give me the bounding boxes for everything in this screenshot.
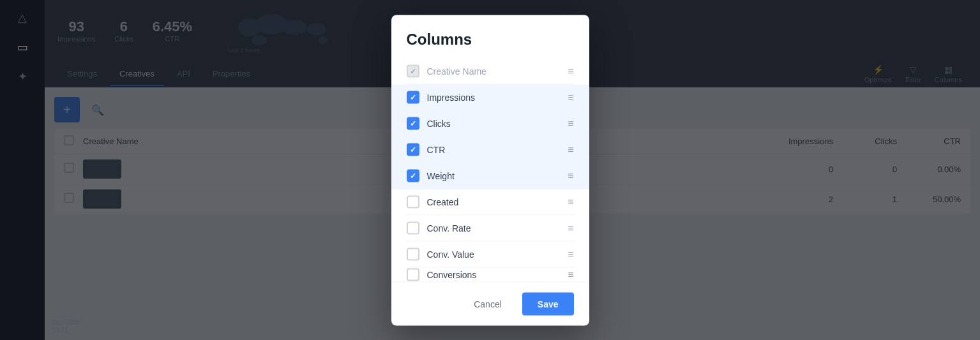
column-item-ctr[interactable]: CTR ≡ [391,137,589,163]
weight-checkbox[interactable] [407,169,419,182]
clicks-checkbox[interactable] [407,117,419,129]
ctr-drag-icon[interactable]: ≡ [568,144,573,155]
creative-name-label: Creative Name [427,66,561,76]
column-item-creative-name[interactable]: Creative Name ≡ [407,58,574,84]
conv-rate-col-label: Conv. Rate [427,223,561,233]
conv-value-col-label: Conv. Value [427,249,561,259]
modal-body[interactable]: Creative Name ≡ Impressions ≡ Clicks ≡ C… [391,58,589,281]
created-col-label: Created [427,196,561,207]
weight-col-label: Weight [427,170,561,181]
weight-drag-icon[interactable]: ≡ [568,170,573,181]
column-item-conv-rate[interactable]: Conv. Rate ≡ [407,215,574,241]
conversions-checkbox[interactable] [407,268,419,281]
save-button[interactable]: Save [522,292,574,315]
created-drag-icon[interactable]: ≡ [568,196,573,207]
creative-name-drag-icon[interactable]: ≡ [568,65,573,77]
creative-name-checkbox[interactable] [407,64,419,77]
created-checkbox[interactable] [407,195,419,208]
columns-modal: Columns Creative Name ≡ Impressions ≡ Cl… [391,15,589,325]
column-item-created[interactable]: Created ≡ [407,189,574,215]
impressions-drag-icon[interactable]: ≡ [568,91,573,103]
column-item-clicks[interactable]: Clicks ≡ [391,110,589,137]
impressions-checkbox[interactable] [407,91,419,103]
ctr-checkbox[interactable] [407,143,419,156]
conv-rate-drag-icon[interactable]: ≡ [568,222,573,233]
column-item-conversions[interactable]: Conversions ≡ [407,267,574,281]
impressions-col-label: Impressions [427,92,561,102]
modal-header: Columns [391,15,589,58]
clicks-drag-icon[interactable]: ≡ [568,117,573,129]
modal-footer: Cancel Save [391,281,589,325]
column-item-conv-value[interactable]: Conv. Value ≡ [407,241,574,267]
conv-value-checkbox[interactable] [407,248,419,260]
cancel-button[interactable]: Cancel [461,292,515,315]
column-item-weight[interactable]: Weight ≡ [391,163,589,189]
conv-rate-checkbox[interactable] [407,221,419,234]
conversions-col-label: Conversions [427,269,561,279]
modal-title: Columns [407,30,574,48]
clicks-col-label: Clicks [427,118,561,128]
column-item-impressions[interactable]: Impressions ≡ [391,84,589,110]
conv-value-drag-icon[interactable]: ≡ [568,248,573,260]
conversions-drag-icon[interactable]: ≡ [568,269,573,280]
ctr-col-label: CTR [427,144,561,154]
